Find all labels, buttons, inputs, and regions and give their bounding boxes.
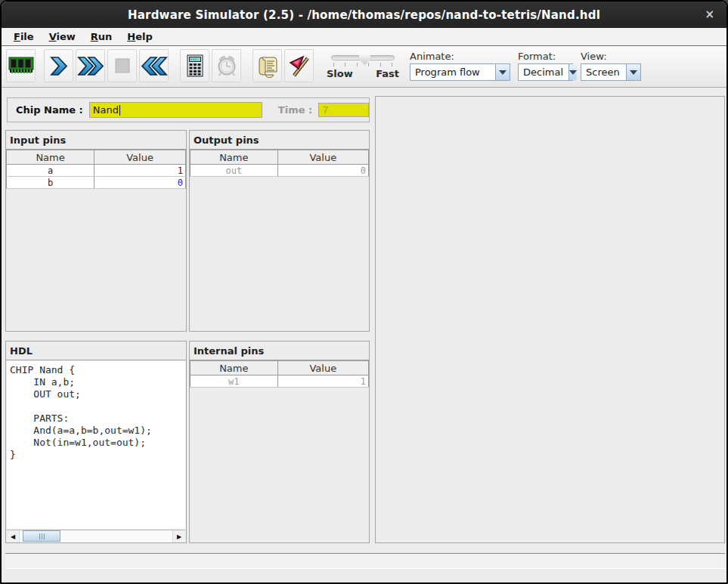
chevron-down-icon[interactable] bbox=[626, 64, 640, 80]
view-select[interactable]: Screen bbox=[581, 63, 641, 81]
column-header-name: Name bbox=[191, 361, 278, 375]
pin-value: 1 bbox=[277, 375, 368, 388]
table-row: b 0 bbox=[7, 177, 186, 189]
chip-name-input[interactable]: Nand bbox=[89, 102, 262, 118]
time-label: Time : bbox=[278, 104, 312, 116]
single-chevron-right-icon bbox=[48, 55, 69, 77]
hdl-panel: HDL CHIP Nand { IN a,b; OUT out; PARTS: … bbox=[5, 341, 187, 543]
menu-file[interactable]: File bbox=[6, 29, 42, 44]
output-pins-title: Output pins bbox=[190, 131, 369, 150]
internal-pins-panel: Internal pins Name Value w1 1 bbox=[189, 341, 370, 543]
pin-name: w1 bbox=[191, 375, 278, 388]
view-group: View: Screen bbox=[581, 51, 641, 81]
window-title: Hardware Simulator (2.5) - /home/thomas/… bbox=[128, 8, 600, 22]
animate-label: Animate: bbox=[410, 51, 510, 62]
scroll-icon bbox=[256, 54, 279, 78]
title-bar: Hardware Simulator (2.5) - /home/thomas/… bbox=[2, 2, 726, 28]
view-script-button[interactable] bbox=[252, 49, 282, 82]
chip-name-bar: Chip Name : Nand Time : 7 bbox=[7, 97, 370, 122]
table-row: w1 1 bbox=[191, 375, 369, 388]
hardware-simulator-window: Hardware Simulator (2.5) - /home/thomas/… bbox=[0, 0, 728, 584]
pin-value[interactable]: 1 bbox=[94, 165, 186, 177]
input-pins-table: Name Value a 1 b 0 bbox=[6, 150, 186, 189]
menu-bar: File View Run Help bbox=[2, 28, 726, 46]
run-button[interactable] bbox=[76, 49, 105, 82]
view-value: Screen bbox=[581, 64, 626, 80]
menu-run[interactable]: Run bbox=[83, 29, 120, 44]
load-chip-button[interactable] bbox=[6, 49, 36, 82]
clock-button bbox=[212, 49, 241, 82]
menu-view[interactable]: View bbox=[42, 29, 83, 44]
slider-fast-label: Fast bbox=[376, 68, 399, 79]
menu-help[interactable]: Help bbox=[119, 29, 160, 44]
pin-value: 0 bbox=[277, 165, 368, 177]
table-row: out 0 bbox=[191, 165, 369, 177]
scroll-left-icon[interactable]: ◀ bbox=[7, 530, 19, 542]
internal-pins-table: Name Value w1 1 bbox=[190, 360, 369, 388]
animate-select[interactable]: Program flow bbox=[410, 63, 510, 81]
toolbar: Slow Fast Animate: Program flow Format: … bbox=[2, 46, 726, 88]
chevron-down-icon[interactable] bbox=[568, 64, 577, 80]
speed-slider: Slow Fast bbox=[327, 52, 399, 79]
hdl-code-view[interactable]: CHIP Nand { IN a,b; OUT out; PARTS: And(… bbox=[7, 361, 185, 529]
scrollbar-thumb[interactable] bbox=[23, 530, 60, 542]
slider-slow-label: Slow bbox=[327, 68, 353, 79]
input-pins-title: Input pins bbox=[6, 131, 186, 150]
pin-name: b bbox=[7, 177, 94, 189]
column-header-value: Value bbox=[277, 150, 368, 165]
chevron-down-icon[interactable] bbox=[495, 64, 510, 80]
double-chevron-left-icon bbox=[141, 55, 168, 77]
format-group: Format: Decimal bbox=[518, 51, 573, 81]
pin-name: out bbox=[191, 165, 278, 177]
calculator-icon bbox=[184, 54, 206, 78]
close-icon[interactable]: × bbox=[705, 8, 714, 21]
internal-pins-title: Internal pins bbox=[190, 341, 369, 360]
format-select[interactable]: Decimal bbox=[518, 63, 573, 81]
format-value: Decimal bbox=[519, 64, 568, 80]
eval-button[interactable] bbox=[180, 49, 209, 82]
output-pins-panel: Output pins Name Value out 0 bbox=[189, 130, 370, 332]
status-bar bbox=[5, 553, 725, 569]
table-row: a 1 bbox=[7, 165, 186, 177]
time-field: 7 bbox=[318, 103, 369, 117]
column-header-value: Value bbox=[277, 361, 368, 375]
pin-name: a bbox=[7, 165, 94, 177]
stop-square-icon bbox=[113, 56, 132, 76]
memory-chip-icon bbox=[8, 54, 35, 77]
single-step-button[interactable] bbox=[44, 49, 73, 82]
double-chevron-right-icon bbox=[77, 55, 104, 77]
input-pins-panel: Input pins Name Value a 1 b 0 bbox=[5, 130, 187, 332]
chip-name-label: Chip Name : bbox=[16, 104, 83, 116]
column-header-name: Name bbox=[7, 150, 94, 165]
hdl-horizontal-scrollbar: ◀ ▶ bbox=[7, 530, 185, 542]
stop-button bbox=[107, 49, 137, 82]
scroll-right-icon[interactable]: ▶ bbox=[173, 530, 185, 542]
reset-button[interactable] bbox=[139, 49, 169, 82]
format-label: Format: bbox=[518, 51, 573, 62]
view-label: View: bbox=[581, 51, 641, 62]
pin-value[interactable]: 0 bbox=[94, 177, 186, 189]
output-pins-table: Name Value out 0 bbox=[190, 150, 369, 177]
animate-value: Program flow bbox=[410, 64, 495, 80]
slider-ticks bbox=[333, 63, 392, 66]
hdl-title: HDL bbox=[6, 341, 186, 360]
animate-group: Animate: Program flow bbox=[410, 51, 510, 81]
breakpoints-button[interactable] bbox=[284, 49, 314, 82]
alarm-clock-icon bbox=[215, 54, 239, 78]
text-caret bbox=[119, 105, 120, 116]
column-header-name: Name bbox=[191, 150, 278, 165]
slider-track[interactable] bbox=[331, 55, 395, 60]
chip-display-panel bbox=[375, 96, 725, 543]
red-flag-icon bbox=[287, 54, 311, 78]
scrollbar-track[interactable] bbox=[19, 530, 173, 542]
column-header-value: Value bbox=[94, 150, 186, 165]
